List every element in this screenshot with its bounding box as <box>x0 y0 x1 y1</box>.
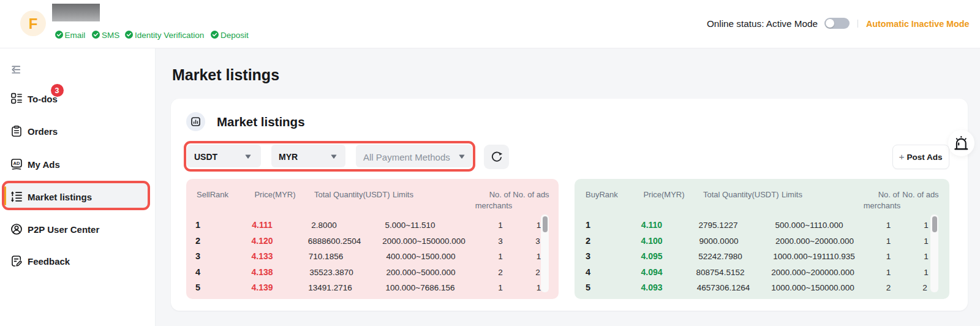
svg-text:AD: AD <box>13 161 20 166</box>
